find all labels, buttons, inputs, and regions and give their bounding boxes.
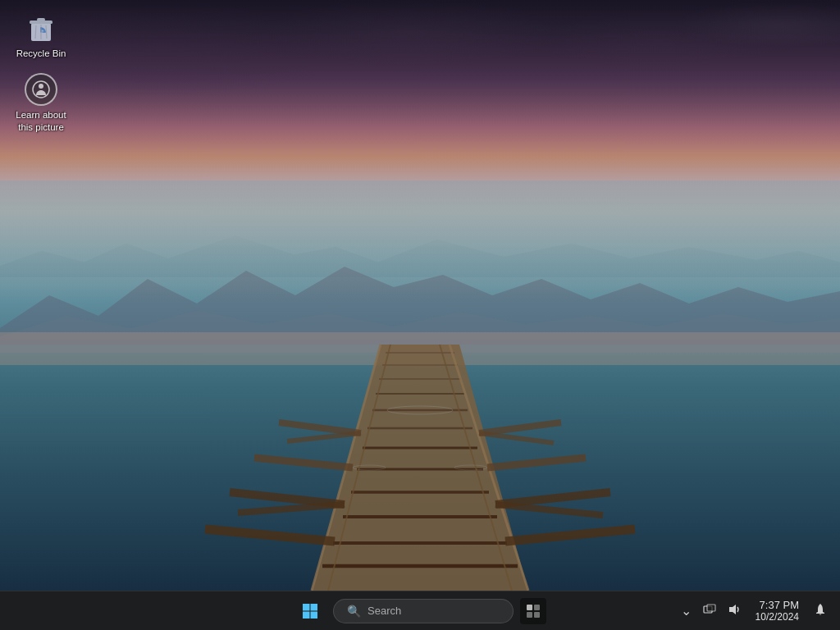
svg-rect-44 — [303, 611, 310, 619]
svg-rect-36 — [37, 18, 45, 21]
tray-icons: ⌄ — [678, 600, 744, 623]
desktop: Recycle Bin Learn about this picture — [0, 0, 840, 630]
start-button[interactable] — [294, 595, 326, 628]
svg-rect-45 — [311, 611, 318, 619]
windows-logo-icon — [302, 603, 318, 619]
search-label: Search — [368, 605, 401, 617]
taskbar: 🔍 Search ⌄ — [0, 591, 840, 630]
svg-rect-43 — [311, 604, 318, 611]
system-tray: ⌄ 7:37 PM — [678, 596, 830, 626]
taskbar-center: 🔍 Search — [294, 595, 546, 628]
svg-rect-47 — [534, 605, 540, 610]
svg-rect-51 — [707, 605, 715, 611]
notification-bell-icon[interactable] — [810, 600, 830, 623]
svg-point-41 — [39, 84, 43, 89]
svg-rect-42 — [303, 604, 310, 611]
search-bar[interactable]: 🔍 Search — [333, 599, 514, 623]
clock[interactable]: 7:37 PM 10/2/2024 — [751, 596, 804, 626]
learn-picture-label: Learn about this picture — [11, 109, 71, 134]
svg-rect-48 — [527, 612, 532, 618]
learn-picture-icon-item[interactable]: Learn about this picture — [8, 70, 74, 137]
taskview-icon — [526, 604, 541, 619]
multi-window-icon[interactable] — [700, 600, 719, 623]
recycle-bin-label: Recycle Bin — [11, 48, 71, 60]
sky-overlay — [0, 0, 840, 303]
show-hidden-icons-button[interactable]: ⌄ — [678, 600, 695, 622]
recycle-bin-icon — [25, 11, 57, 44]
recycle-bin-icon-item[interactable]: Recycle Bin — [8, 8, 74, 63]
clock-date: 10/2/2024 — [756, 611, 799, 623]
clock-time: 7:37 PM — [756, 599, 799, 611]
desktop-icons: Recycle Bin Learn about this picture — [8, 8, 74, 137]
taskview-button[interactable] — [520, 598, 546, 624]
search-icon: 🔍 — [347, 605, 361, 618]
svg-rect-46 — [527, 605, 532, 610]
svg-marker-52 — [729, 605, 736, 614]
wallpaper — [0, 0, 840, 630]
learn-picture-icon — [25, 73, 57, 106]
volume-icon[interactable] — [724, 600, 744, 623]
svg-rect-49 — [534, 612, 540, 618]
